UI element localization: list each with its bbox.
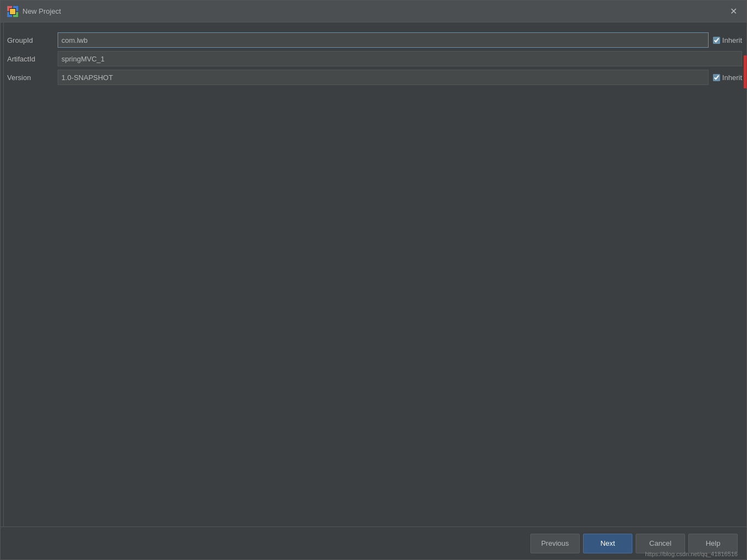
app-icon <box>7 6 18 17</box>
previous-button[interactable]: Previous <box>530 534 580 553</box>
version-inherit[interactable]: Inherit <box>713 73 742 82</box>
form-area: GroupId Inherit ArtifactId <box>1 31 746 87</box>
title-bar: New Project ✕ <box>1 1 746 22</box>
dialog-content: GroupId Inherit ArtifactId <box>1 22 746 527</box>
close-button[interactable]: ✕ <box>727 5 740 18</box>
groupid-input-wrap <box>58 32 709 48</box>
version-label: Version <box>3 73 58 82</box>
version-input-wrap <box>58 70 709 85</box>
artifactid-input[interactable] <box>58 51 742 66</box>
groupid-row: GroupId Inherit <box>3 31 742 49</box>
svg-rect-5 <box>10 9 15 14</box>
version-row: Version Inherit <box>3 69 742 86</box>
version-inherit-label: Inherit <box>722 73 742 82</box>
new-project-dialog: New Project ✕ GroupId Inherit <box>0 0 747 560</box>
dialog-overlay: New Project ✕ GroupId Inherit <box>0 0 747 560</box>
artifactid-label: ArtifactId <box>3 55 58 63</box>
artifactid-row: ArtifactId <box>3 50 742 67</box>
bottom-bar: Previous Next Cancel Help https://blog.c… <box>1 527 746 559</box>
footer-url: https://blog.csdn.net/qq_41816516 <box>645 551 738 557</box>
version-input[interactable] <box>58 70 709 85</box>
groupid-inherit-label: Inherit <box>722 36 742 44</box>
groupid-inherit-checkbox[interactable] <box>713 37 720 44</box>
groupid-inherit[interactable]: Inherit <box>713 36 742 44</box>
dialog-title: New Project <box>22 7 727 15</box>
groupid-label: GroupId <box>3 36 58 44</box>
next-button[interactable]: Next <box>583 534 632 553</box>
artifactid-input-wrap <box>58 51 742 66</box>
groupid-input[interactable] <box>58 32 709 48</box>
version-inherit-checkbox[interactable] <box>713 74 720 81</box>
